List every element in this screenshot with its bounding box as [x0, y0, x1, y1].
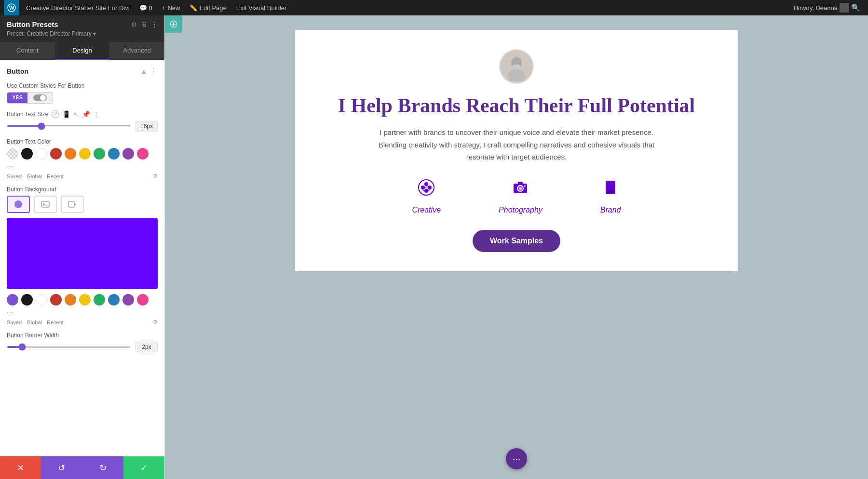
bg-video-option[interactable]: [61, 196, 84, 213]
panel-tabs: Content Design Advanced: [0, 42, 164, 60]
color-transparent[interactable]: [7, 148, 18, 160]
save-button[interactable]: ✓: [123, 456, 164, 479]
bg-pink[interactable]: [137, 294, 149, 306]
bg-active-swatch[interactable]: [7, 294, 18, 306]
color-settings-icon[interactable]: ⚙: [153, 173, 158, 179]
saved-label[interactable]: Saved: [7, 173, 22, 179]
more-icon[interactable]: ⋮: [93, 110, 100, 118]
brand-icon-item: Brand: [600, 179, 621, 214]
icons-row: Creative Photography: [309, 179, 724, 214]
user-avatar[interactable]: [840, 3, 849, 13]
button-background-field: Button Background: [7, 186, 158, 325]
search-icon[interactable]: 🔍: [851, 3, 860, 12]
redo-button[interactable]: ↻: [82, 456, 123, 479]
panel-title: Button Presets: [7, 20, 58, 28]
section-more-icon[interactable]: ⋮: [150, 67, 158, 76]
border-slider-row: 2px: [7, 342, 158, 352]
bg-white[interactable]: [36, 294, 47, 306]
toggle-circle[interactable]: [165, 15, 182, 33]
color-blue[interactable]: [108, 148, 120, 160]
bg-solid-option[interactable]: [7, 196, 30, 213]
tab-advanced[interactable]: Advanced: [109, 42, 164, 60]
svg-rect-6: [68, 201, 74, 207]
border-width-slider[interactable]: [7, 346, 131, 348]
custom-styles-toggle[interactable]: YES: [7, 92, 53, 104]
svg-point-2: [14, 200, 22, 208]
svg-marker-7: [74, 203, 76, 206]
text-size-slider-row: 16px: [7, 121, 158, 132]
panel-body: Button ▲ ⋮ Use Custom Styles For Button …: [0, 60, 164, 456]
panel-toggle-button[interactable]: [165, 15, 182, 33]
brand-icon: [602, 179, 619, 200]
button-text-size-field: Button Text Size ? 📱 ↖ 📌 ⋮ 16px: [7, 110, 158, 132]
panel-columns-icon[interactable]: ⊞: [141, 21, 147, 28]
svg-point-9: [508, 69, 525, 81]
text-color-swatches: ···: [7, 148, 158, 171]
button-section-header: Button ▲ ⋮: [7, 67, 158, 76]
mobile-icon[interactable]: 📱: [62, 110, 70, 118]
brand-label: Brand: [600, 206, 621, 214]
color-pink[interactable]: [137, 148, 149, 160]
floating-action-button[interactable]: ···: [506, 448, 527, 469]
wp-logo[interactable]: W: [4, 0, 19, 15]
border-width-label: Button Border Width: [7, 332, 59, 339]
text-size-value[interactable]: 16px: [136, 121, 158, 132]
help-icon[interactable]: ?: [52, 110, 59, 118]
section-toggle[interactable]: ▲ ⋮: [140, 67, 158, 76]
panel-search-icon[interactable]: ⊙: [131, 21, 136, 28]
hero-section: I Help Brands Reach Their Full Potential…: [309, 49, 724, 252]
color-purple[interactable]: [122, 148, 134, 160]
text-size-slider[interactable]: [7, 125, 131, 127]
more-colors-button[interactable]: ···: [7, 162, 13, 171]
bg-more-colors-button[interactable]: ···: [7, 308, 13, 317]
color-white[interactable]: [36, 148, 47, 160]
bg-saved-label[interactable]: Saved: [7, 319, 22, 325]
bg-green[interactable]: [94, 294, 105, 306]
tab-design[interactable]: Design: [55, 42, 110, 60]
avatar: [499, 49, 534, 84]
work-samples-button[interactable]: Work Samples: [473, 230, 560, 252]
bg-purple[interactable]: [122, 294, 134, 306]
tab-content[interactable]: Content: [0, 42, 55, 60]
new-menu[interactable]: + New: [157, 0, 185, 15]
settings-panel: Button Presets ⊙ ⊞ ⋮ Preset: Creative Di…: [0, 15, 165, 479]
site-name-link[interactable]: Creative Director Starter Site For Divi: [21, 0, 135, 15]
color-orange[interactable]: [65, 148, 76, 160]
custom-styles-label: Use Custom Styles For Button: [7, 82, 158, 89]
bg-black[interactable]: [21, 294, 33, 306]
bg-type-options: [7, 196, 158, 213]
text-size-icons: ? 📱 ↖ 📌 ⋮: [52, 110, 100, 118]
bg-red[interactable]: [50, 294, 62, 306]
panel-header-icons: ⊙ ⊞ ⋮: [131, 21, 158, 28]
panel-bottom-bar: ✕ ↺ ↻ ✓: [0, 456, 164, 479]
color-yellow[interactable]: [79, 148, 91, 160]
svg-point-16: [424, 185, 429, 190]
bg-image-option[interactable]: [34, 196, 57, 213]
bg-global-label[interactable]: Global: [27, 319, 42, 325]
color-red[interactable]: [50, 148, 62, 160]
recent-label[interactable]: Recent: [47, 173, 64, 179]
color-meta-row: Saved Global Recent ⚙: [7, 173, 158, 179]
button-text-color-field: Button Text Color ··· Saved Globa: [7, 138, 158, 179]
panel-preset-selector[interactable]: Preset: Creative Director Primary ▾: [7, 30, 158, 37]
bg-recent-label[interactable]: Recent: [47, 319, 64, 325]
exit-builder-link[interactable]: Exit Visual Builder: [231, 0, 292, 15]
bg-color-settings-icon[interactable]: ⚙: [153, 319, 158, 325]
comments-link[interactable]: 💬 0: [135, 0, 157, 15]
bg-orange[interactable]: [65, 294, 76, 306]
global-label[interactable]: Global: [27, 173, 42, 179]
cursor-icon[interactable]: ↖: [73, 110, 79, 118]
undo-button[interactable]: ↺: [41, 456, 82, 479]
bg-blue[interactable]: [108, 294, 120, 306]
edit-page-link[interactable]: ✏️ Edit Page: [185, 0, 231, 15]
bg-yellow[interactable]: [79, 294, 91, 306]
cancel-button[interactable]: ✕: [0, 456, 41, 479]
svg-rect-20: [518, 182, 523, 184]
fab-dots-icon: ···: [513, 453, 521, 465]
panel-more-icon[interactable]: ⋮: [151, 21, 158, 28]
border-width-value[interactable]: 2px: [136, 342, 158, 352]
color-black[interactable]: [21, 148, 33, 160]
bg-color-preview[interactable]: [7, 218, 158, 289]
pin-icon[interactable]: 📌: [82, 110, 90, 118]
color-green[interactable]: [94, 148, 105, 160]
